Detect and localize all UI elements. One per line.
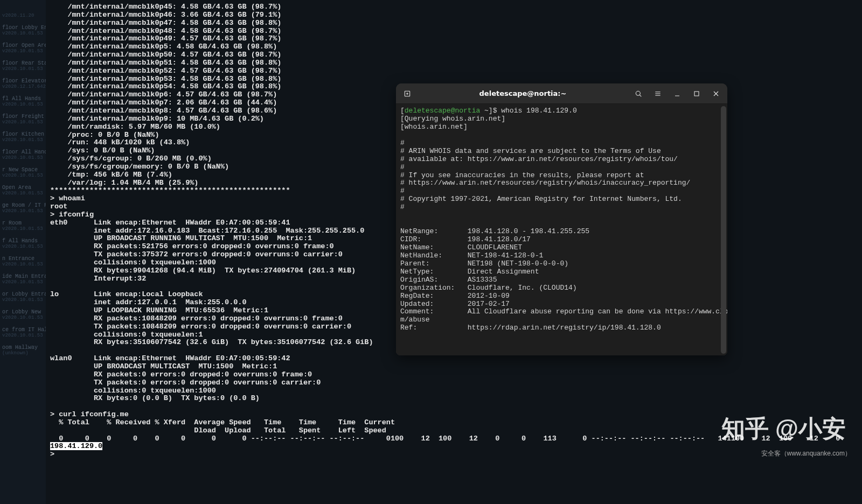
camera-list-item: floor All Handsv2020.10.01.53 <box>0 147 46 165</box>
svg-rect-9 <box>694 92 699 96</box>
camera-list-item: ge Room / IT Rov2020.10.01.53 <box>0 200 46 218</box>
camera-list-item: ide Main Entrav2020.10.01.53 <box>0 271 46 289</box>
curl-result-ip: 198.41.129.0 <box>50 442 102 450</box>
whois-command: whois 198.41.129.0 <box>497 107 576 115</box>
terminal-prompt: > <box>50 450 59 458</box>
window-title: deletescape@nortia:~ <box>419 89 627 97</box>
camera-list-item: fl All Handsv2020.10.01.53 <box>0 94 46 111</box>
maximize-icon <box>692 89 701 98</box>
camera-list-item: Open Areav2020.10.01.53 <box>0 183 46 200</box>
camera-list-item: or Lobby Newv2020.10.01.53 <box>0 307 46 325</box>
maximize-button[interactable] <box>689 86 705 102</box>
camera-list-item: floor Freight Elv2020.10.01.53 <box>0 111 46 129</box>
svg-line-4 <box>639 95 641 96</box>
camera-list-item: floor Lobby Entv2020.10.01.53 <box>0 23 46 40</box>
source-label: 安全客（www.anquanke.com） <box>761 449 851 458</box>
background-camera-list: v2020.11.20floor Lobby Entv2020.10.01.53… <box>0 0 46 504</box>
search-button[interactable] <box>630 86 646 102</box>
camera-list-item: f All Handsv2020.10.01.53 <box>0 236 46 254</box>
camera-list-item: r New Spacev2020.10.01.53 <box>0 165 46 183</box>
camera-list-item: n Entrancev2020.10.01.53 <box>0 254 46 271</box>
window-titlebar[interactable]: deletescape@nortia:~ <box>396 83 727 104</box>
camera-list-item: oom Hallway(unknown) <box>0 342 46 360</box>
camera-list-item: or Lobby Entrav2020.10.01.53 <box>0 289 46 307</box>
svg-point-3 <box>636 91 640 95</box>
new-tab-icon <box>403 89 412 98</box>
camera-list-item: v2020.11.20 <box>0 11 46 23</box>
prompt-user: deletescape@nortia <box>405 107 480 115</box>
search-icon <box>634 89 643 98</box>
new-tab-button[interactable] <box>399 86 415 102</box>
menu-button[interactable] <box>650 86 666 102</box>
camera-list-item: floor Kitchenv2020.10.01.53 <box>0 129 46 147</box>
camera-list-item: floor Rear Stairv2020.10.01.53 <box>0 58 46 76</box>
hamburger-icon <box>654 89 662 98</box>
camera-list-item: floor Open Areav2020.10.01.53 <box>0 40 46 58</box>
whois-terminal-body[interactable]: [deletescape@nortia ~]$ whois 198.41.129… <box>396 104 727 355</box>
close-button[interactable] <box>708 86 724 102</box>
scrollbar[interactable] <box>721 106 726 354</box>
minimize-icon <box>673 89 682 98</box>
close-icon <box>712 89 720 98</box>
camera-list-item: ce from IT Hallv2020.10.01.53 <box>0 325 46 342</box>
whois-output: [Querying whois.arin.net] [whois.arin.ne… <box>400 115 727 332</box>
whois-terminal-window: deletescape@nortia:~ [deletescape@nortia… <box>396 83 727 355</box>
camera-list-item: r Roomv2020.10.01.53 <box>0 218 46 236</box>
camera-list-item: floor Elevator Lv2020.12.17.642 <box>0 76 46 94</box>
minimize-button[interactable] <box>669 86 685 102</box>
